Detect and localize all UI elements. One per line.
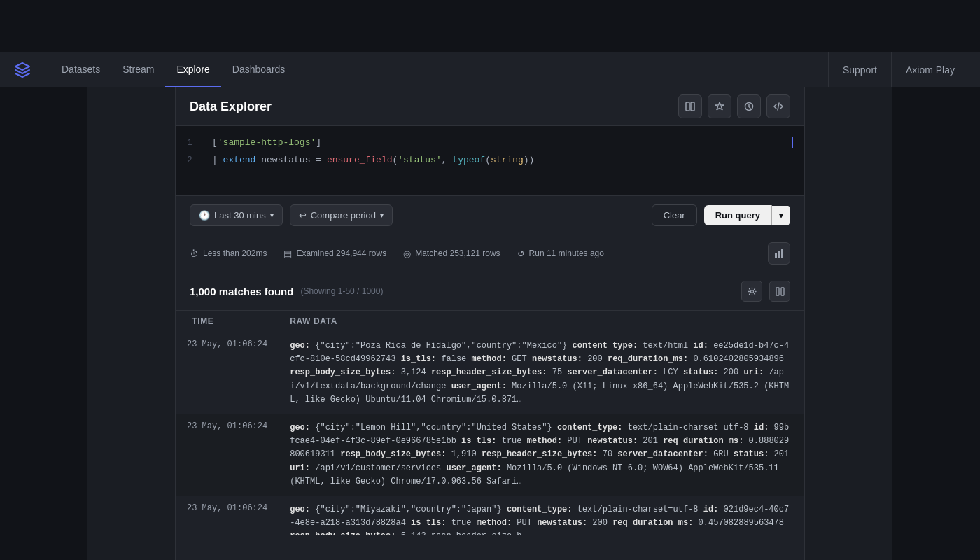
nav-datasets[interactable]: Datasets [50,52,111,88]
data-table-wrapper: _time Raw Data 23 May, 01:06:24geo: {"ci… [176,311,804,535]
history-small-icon: ↺ [517,248,525,259]
clock-icon: 🕐 [199,210,210,220]
svg-point-6 [750,290,753,293]
main-content: Data Explorer [175,88,805,560]
chart-view-btn[interactable] [768,242,790,265]
raw-data-cell: geo: {"city":"Poza Rica de Hidalgo","cou… [279,332,804,414]
nav-dashboards[interactable]: Dashboards [221,52,297,88]
query-toolbar: 🕐 Last 30 mins ▾ ↩ Compare period ▾ Clea… [176,196,804,235]
time-cell: 23 May, 01:06:24 [176,414,279,496]
stat-duration: ⏱ Less than 202ms [190,248,267,259]
history-icon [744,102,754,111]
clear-button[interactable]: Clear [652,204,697,226]
time-range-label: Last 30 mins [214,210,266,220]
stats-bar: ⏱ Less than 202ms ▤ Examined 294,944 row… [176,235,804,272]
left-panel [0,88,88,560]
match-icon: ◎ [403,248,411,259]
table-header-row: _time Raw Data [176,311,804,332]
table-row[interactable]: 23 May, 01:06:24geo: {"city":"Lemon Hill… [176,414,804,496]
right-panel [892,88,980,560]
nav-links: Datasets Stream Explore Dashboards [50,52,828,88]
matches-count: 1,000 matches found [190,286,293,298]
compare-icon: ↩ [299,210,307,220]
stat-run-ago: ↺ Run 11 minutes ago [517,248,604,259]
columns-icon-btn[interactable] [769,281,790,302]
data-table: _time Raw Data 23 May, 01:06:24geo: {"ci… [176,311,804,535]
rows-icon: ▤ [284,248,292,259]
run-query-dropdown[interactable]: ▾ [772,206,790,225]
nav-explore[interactable]: Explore [165,52,220,88]
svg-rect-0 [686,102,690,111]
stat-examined: ▤ Examined 294,944 rows [284,248,386,259]
results-header: 1,000 matches found (Showing 1-50 / 1000… [176,272,804,311]
matched-label: Matched 253,121 rows [415,248,500,258]
layout-icon [685,102,695,111]
code-icon-btn[interactable] [766,94,790,118]
code-editor[interactable]: 1 ['sample-http-logs'] 2 | extend newsta… [176,126,804,196]
run-query-button[interactable]: Run query [704,205,772,225]
nav-right: Support Axiom Play [828,52,969,88]
settings-icon-btn[interactable] [741,281,762,302]
star-icon [715,102,724,111]
svg-rect-1 [691,102,694,111]
chevron-down-icon: ▾ [270,211,274,219]
chevron-down-icon-2: ▾ [380,211,384,219]
code-content-1: ['sample-http-logs'] [212,136,321,150]
line-number-2: 2 [187,153,204,168]
nav-support[interactable]: Support [828,52,891,88]
line-number-1: 1 [187,136,204,150]
raw-data-cell: geo: {"city":"Miyazaki","country":"Japan… [279,496,804,535]
svg-rect-3 [775,253,777,258]
svg-rect-7 [776,288,779,295]
time-range-btn[interactable]: 🕐 Last 30 mins ▾ [190,204,283,226]
header-actions [678,94,790,118]
examined-label: Examined 294,944 rows [296,248,386,258]
table-row[interactable]: 23 May, 01:06:24geo: {"city":"Miyazaki",… [176,496,804,535]
logo[interactable] [11,59,34,81]
duration-label: Less than 202ms [203,248,267,258]
star-icon-btn[interactable] [708,94,732,118]
run-ago-label: Run 11 minutes ago [529,248,604,258]
code-icon [774,102,783,111]
raw-data-cell: geo: {"city":"Lemon Hill","country":"Uni… [279,414,804,496]
timer-icon: ⏱ [190,248,199,259]
history-icon-btn[interactable] [737,94,761,118]
page-title: Data Explorer [190,99,272,114]
outer-wrapper: Data Explorer [0,88,980,560]
time-cell: 23 May, 01:06:24 [176,332,279,414]
bar-chart-icon [774,248,784,258]
col-raw-header: Raw Data [279,311,804,332]
nav-axiom-play[interactable]: Axiom Play [891,52,969,88]
columns-icon [776,287,785,296]
navbar: Datasets Stream Explore Dashboards Suppo… [0,52,980,88]
svg-rect-8 [781,288,784,295]
compare-period-btn[interactable]: ↩ Compare period ▾ [290,204,393,226]
nav-stream[interactable]: Stream [111,52,165,88]
page-header: Data Explorer [176,88,804,126]
layout-icon-btn[interactable] [678,94,702,118]
time-cell: 23 May, 01:06:24 [176,496,279,535]
code-line-1: 1 ['sample-http-logs'] [176,134,804,152]
stat-matched: ◎ Matched 253,121 rows [403,248,500,259]
code-content-2: | extend newstatus = ensure_field('statu… [212,153,534,168]
code-cursor [792,137,793,148]
matches-sub: (Showing 1-50 / 1000) [300,286,383,296]
code-line-2: 2 | extend newstatus = ensure_field('sta… [176,152,804,169]
run-query-group: Run query ▾ [704,205,790,225]
settings-icon [748,287,757,296]
svg-rect-4 [778,251,780,258]
col-time-header: _time [176,311,279,332]
compare-period-label: Compare period [311,210,376,220]
table-row[interactable]: 23 May, 01:06:24geo: {"city":"Poza Rica … [176,332,804,414]
svg-rect-5 [781,249,783,258]
